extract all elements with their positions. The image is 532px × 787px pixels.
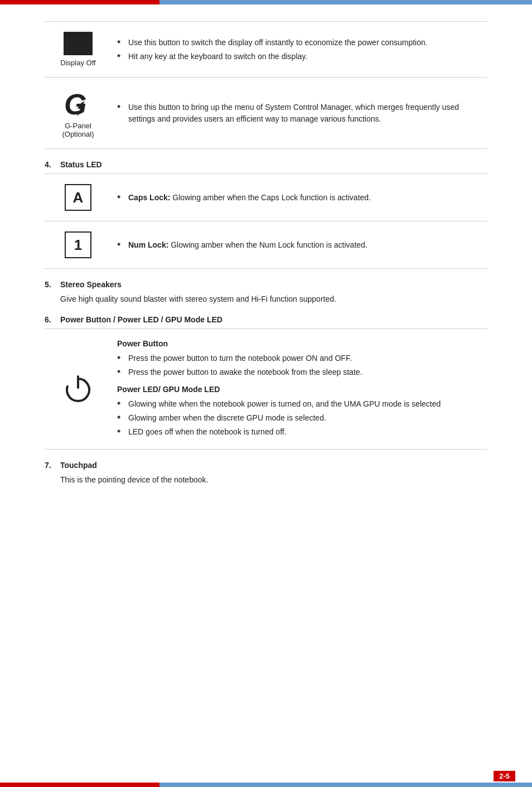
power-icon-cell [45, 329, 112, 450]
touchpad-desc: This is the pointing device of the noteb… [60, 474, 487, 486]
display-off-bullet-2: Hit any key at the keyboard to switch on… [117, 50, 482, 64]
top-bar [0, 0, 532, 4]
num-lock-row: 1 Num Lock: Glowing amber when the Num L… [45, 221, 487, 269]
power-button-sub-title: Power Button [117, 339, 482, 348]
power-bullet-2: Press the power button to awake the note… [117, 365, 482, 379]
status-led-title: 4. Status LED [45, 160, 487, 169]
power-button-icon [63, 374, 93, 404]
caps-lock-content: Caps Lock: Glowing amber when the Caps L… [112, 174, 487, 221]
display-off-icon-cell: Display Off [45, 22, 112, 78]
touchpad-section: 7. Touchpad This is the pointing device … [45, 461, 487, 486]
caps-lock-icon: A [65, 184, 91, 211]
display-off-label: Display Off [50, 59, 106, 67]
display-off-bullets: Use this button to switch the display of… [117, 36, 482, 64]
touchpad-title: 7. Touchpad [45, 461, 487, 470]
page-number: 2-5 [494, 771, 515, 781]
display-off-row: Display Off Use this button to switch th… [45, 22, 487, 78]
power-led-sub-title: Power LED/ GPU Mode LED [117, 385, 482, 394]
power-row: Power Button Press the power button to t… [45, 329, 487, 450]
caps-lock-bullet: Caps Lock: Glowing amber when the Caps L… [117, 191, 482, 205]
power-button-title: 6. Power Button / Power LED / GPU Mode L… [45, 315, 487, 324]
num-lock-bullets: Num Lock: Glowing amber when the Num Loc… [117, 238, 482, 252]
feature-table: Display Off Use this button to switch th… [45, 21, 487, 149]
power-bullet-1: Press the power button to turn the noteb… [117, 351, 482, 365]
gpanel-row: G G-Panel (Optional) Use this button to … [45, 78, 487, 149]
display-off-bullet-1: Use this button to switch the display of… [117, 36, 482, 50]
bottom-bar [0, 783, 532, 787]
led-bullet-1: Glowing white when the notebook power is… [117, 397, 482, 411]
stereo-speakers-desc: Give high quality sound blaster with ste… [60, 293, 487, 305]
status-led-section: 4. Status LED A Caps Lock: Glowing amber… [45, 160, 487, 269]
stereo-speakers-section: 5. Stereo Speakers Give high quality sou… [45, 280, 487, 305]
gpanel-content: Use this button to bring up the menu of … [112, 78, 487, 149]
power-button-section: 6. Power Button / Power LED / GPU Mode L… [45, 315, 487, 450]
power-table: Power Button Press the power button to t… [45, 329, 487, 450]
caps-lock-bullets: Caps Lock: Glowing amber when the Caps L… [117, 191, 482, 205]
caps-lock-icon-cell: A [45, 174, 112, 221]
power-button-bullets: Press the power button to turn the noteb… [117, 351, 482, 379]
num-lock-icon-cell: 1 [45, 221, 112, 269]
gpanel-bullet-1: Use this button to bring up the menu of … [117, 100, 482, 126]
stereo-speakers-title: 5. Stereo Speakers [45, 280, 487, 289]
num-lock-content: Num Lock: Glowing amber when the Num Loc… [112, 221, 487, 269]
gpanel-bullets: Use this button to bring up the menu of … [117, 100, 482, 126]
gpanel-svg-icon: G [63, 88, 94, 118]
display-off-content: Use this button to switch the display of… [112, 22, 487, 78]
display-off-icon [64, 32, 93, 55]
caps-lock-row: A Caps Lock: Glowing amber when the Caps… [45, 174, 487, 221]
num-lock-bullet: Num Lock: Glowing amber when the Num Loc… [117, 238, 482, 252]
status-led-table: A Caps Lock: Glowing amber when the Caps… [45, 173, 487, 269]
power-content: Power Button Press the power button to t… [112, 329, 487, 450]
gpanel-label: G-Panel (Optional) [50, 122, 106, 138]
power-led-bullets: Glowing white when the notebook power is… [117, 397, 482, 439]
led-bullet-3: LED goes off when the notebook is turned… [117, 425, 482, 439]
gpanel-icon-cell: G G-Panel (Optional) [45, 78, 112, 149]
num-lock-icon: 1 [65, 231, 91, 258]
page-content: Display Off Use this button to switch th… [0, 4, 532, 529]
led-bullet-2: Glowing amber when the discrete GPU mode… [117, 411, 482, 425]
